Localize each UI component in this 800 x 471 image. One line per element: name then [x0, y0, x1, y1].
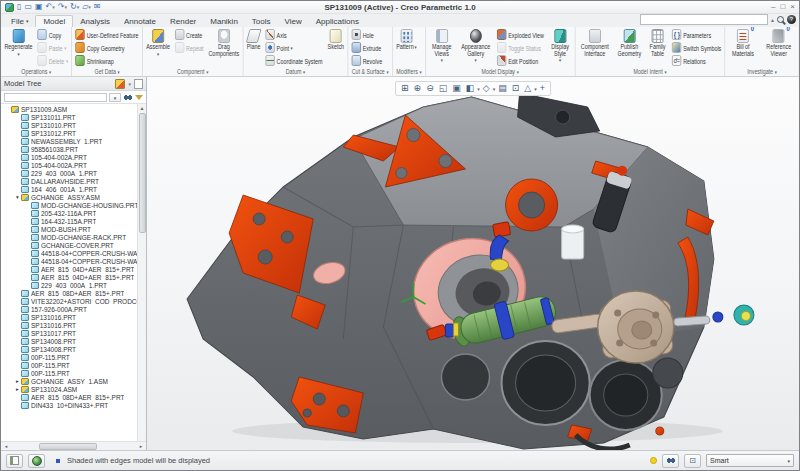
tree-horizontal-scrollbar[interactable]: ◂ ▸: [1, 441, 146, 450]
extrude-button[interactable]: Extrude: [350, 42, 384, 54]
model-tree-toggle-button[interactable]: [6, 454, 23, 468]
group-menu-modifiers[interactable]: Modifiers▾: [395, 67, 424, 77]
chevron-down-icon[interactable]: ▾: [534, 86, 537, 92]
group-menu-operations[interactable]: Operations▾: [3, 67, 70, 77]
refit-icon[interactable]: ◱: [437, 83, 450, 94]
tab-render[interactable]: Render: [163, 15, 203, 27]
reference-viewer-button[interactable]: 0Reference Viewer: [761, 28, 797, 67]
tree-vertical-scrollbar[interactable]: ▲: [137, 104, 146, 441]
tree-item[interactable]: SP131016.PRT: [1, 321, 137, 329]
selection-filter-dropdown[interactable]: Smart ▾: [706, 454, 794, 467]
tree-item[interactable]: MOD-GCHANGE-HOUSING.PRT: [1, 201, 137, 209]
zoom-region-icon[interactable]: ⊞: [399, 83, 411, 94]
tree-item[interactable]: 164-432-115A.PRT: [1, 217, 137, 225]
tree-item[interactable]: MOD-GCHANGE-RACK.PRT: [1, 233, 137, 241]
tree-item[interactable]: 44518-04+COPPER-CRUSH-WASHERS: [1, 249, 137, 257]
scrollbar-thumb[interactable]: [139, 113, 146, 233]
plane-button[interactable]: Plane: [245, 28, 262, 67]
tree-item[interactable]: 00P-115.PRT: [1, 369, 137, 377]
zoom-out-icon[interactable]: ⊖: [424, 83, 436, 94]
pattern-button[interactable]: Pattern▾: [395, 28, 419, 67]
coordinate-system-button[interactable]: Coordinate System: [264, 55, 324, 67]
manage-views-button[interactable]: Manage Views▾: [428, 28, 456, 67]
capture-icon[interactable]: ⊡: [510, 83, 522, 94]
tree-item[interactable]: SP134008.PRT: [1, 345, 137, 353]
tree-item[interactable]: ▾GCHANGE_ASSY.ASM: [1, 193, 137, 201]
group-menu-component[interactable]: Component▾: [145, 67, 241, 77]
maximize-button[interactable]: □: [780, 1, 785, 12]
tree-item[interactable]: 105-404-002A.PRT: [1, 153, 137, 161]
tree-item[interactable]: SP134008.PRT: [1, 337, 137, 345]
publish-geometry-button[interactable]: Publish Geometry: [614, 28, 645, 67]
tree-item[interactable]: SP131010.PRT: [1, 121, 137, 129]
find-binoculars-icon[interactable]: [123, 94, 133, 101]
tree-item[interactable]: DALLARAVHSIDE.PRT: [1, 177, 137, 185]
filter-funnel-icon[interactable]: [135, 95, 143, 100]
tree-item[interactable]: 205-432-116A.PRT: [1, 209, 137, 217]
save-icon[interactable]: ▣: [35, 2, 43, 12]
family-table-button[interactable]: Family Table: [646, 28, 669, 67]
group-menu-cut-surface[interactable]: Cut & Surface▾: [350, 67, 390, 77]
regenerate-quick-icon[interactable]: ↻▾: [70, 2, 79, 12]
tree-columns-icon[interactable]: [134, 79, 143, 89]
search-icon[interactable]: [777, 16, 784, 23]
send-icon[interactable]: ✉: [94, 2, 101, 12]
view-manager-icon[interactable]: ▤: [496, 83, 509, 94]
tab-file[interactable]: File▾: [4, 15, 35, 27]
tree-item[interactable]: SP131017.PRT: [1, 329, 137, 337]
tab-annotate[interactable]: Annotate: [117, 15, 163, 27]
tree-item[interactable]: ▸GCHANGE_ASSY_1.ASM: [1, 377, 137, 385]
tree-item[interactable]: 157-926-000A.PRT: [1, 305, 137, 313]
tree-item[interactable]: 164_406_001A_1.PRT: [1, 185, 137, 193]
tree-item[interactable]: 00P-115.PRT: [1, 353, 137, 361]
revolve-button[interactable]: Revolve: [350, 55, 384, 67]
tree-item[interactable]: 44518-04+COPPER-CRUSH-WASHERS: [1, 257, 137, 265]
scrollbar-thumb[interactable]: [39, 443, 97, 450]
tab-model[interactable]: Model: [35, 15, 73, 27]
search-input[interactable]: [640, 14, 768, 25]
hole-button[interactable]: Hole: [350, 29, 384, 41]
tree-item[interactable]: ▸SP131024.ASM: [1, 385, 137, 393]
zoom-in-icon[interactable]: ⊕: [412, 83, 424, 94]
display-style-button[interactable]: Display Style▾: [547, 28, 573, 67]
copy-geometry-button[interactable]: Copy Geometry: [74, 42, 140, 54]
shrinkwrap-button[interactable]: Shrinkwrap: [74, 55, 140, 67]
tree-item[interactable]: MOD-BUSH.PRT: [1, 225, 137, 233]
parameters-button[interactable]: Parameters: [671, 29, 723, 41]
saved-orientations-icon[interactable]: ◇: [481, 83, 492, 94]
chevron-down-icon[interactable]: ▾: [493, 86, 496, 92]
collapse-ribbon-icon[interactable]: ▴: [771, 16, 774, 23]
tree-item[interactable]: GCHANGE-COVER.PRT: [1, 241, 137, 249]
copy-button[interactable]: Copy: [36, 29, 70, 41]
tree-item[interactable]: 229_403_000A_1.PRT: [1, 281, 137, 289]
bill-of-materials-button[interactable]: 0Bill of Materials: [727, 28, 759, 67]
tab-tools[interactable]: Tools: [245, 15, 278, 27]
point-button[interactable]: Point▾: [264, 42, 324, 54]
tree-item[interactable]: 958561038.PRT: [1, 145, 137, 153]
help-icon[interactable]: ?: [787, 15, 796, 24]
group-menu-get-data[interactable]: Get Data▾: [74, 67, 140, 77]
minimize-button[interactable]: –: [771, 1, 775, 12]
expand-arrow-icon[interactable]: ▸: [14, 386, 21, 392]
graphics-viewport[interactable]: ⊞⊕⊖◱▣◧▾◇▾▤⊡△▾+: [147, 77, 799, 450]
open-file-icon[interactable]: ▭: [24, 2, 32, 12]
select-region-button[interactable]: ⊡: [684, 454, 701, 468]
tree-item[interactable]: VITE32202+ASTORI_COD_PRODCON+.PRT: [1, 297, 137, 305]
tree-item[interactable]: AER_815_08D+AER_815+.PRT: [1, 393, 137, 401]
edit-position-button[interactable]: Edit Position: [496, 55, 546, 67]
tree-item[interactable]: 00P-115.PRT: [1, 361, 137, 369]
chevron-down-icon[interactable]: ▾: [477, 86, 480, 92]
component-interface-button[interactable]: Component Interface: [577, 28, 612, 67]
windows-icon[interactable]: ▱▾: [82, 2, 91, 12]
undo-icon[interactable]: ↶▾: [46, 2, 55, 12]
group-menu-investigate[interactable]: Investigate▾: [727, 67, 797, 77]
group-menu-model-display[interactable]: Model Display▾: [428, 67, 573, 77]
tree-item[interactable]: SP131011.PRT: [1, 113, 137, 121]
tree-item[interactable]: SP131012.PRT: [1, 129, 137, 137]
user-defined-feature-button[interactable]: User-Defined Feature: [74, 29, 140, 41]
tab-view[interactable]: View: [278, 15, 309, 27]
exploded-view-button[interactable]: Exploded View: [496, 29, 546, 41]
tree-item[interactable]: DIN433_10+DIN433+.PRT: [1, 401, 137, 409]
sketch-button[interactable]: Sketch: [326, 28, 346, 67]
tree-item[interactable]: AER_815_04D+AER_815+.PRT: [1, 265, 137, 273]
